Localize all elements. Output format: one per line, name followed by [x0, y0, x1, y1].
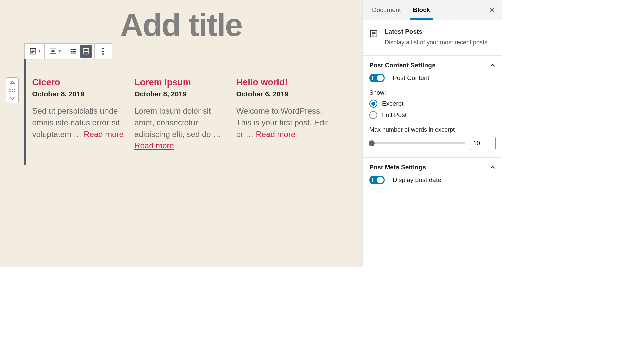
block-mover	[6, 77, 19, 103]
svg-point-17	[102, 50, 104, 52]
panel-toggle-post-content[interactable]: Post Content Settings	[369, 62, 496, 69]
post-title-link[interactable]: Cicero	[32, 77, 127, 88]
caret-down-icon: ▼	[38, 49, 41, 53]
max-words-input[interactable]	[470, 137, 496, 150]
toggle-label: Post Content	[393, 74, 429, 82]
toggle-label: Display post date	[393, 176, 441, 184]
grid-view-button[interactable]	[80, 45, 92, 58]
svg-rect-10	[73, 51, 76, 52]
show-label: Show:	[369, 89, 496, 96]
read-more-link[interactable]: Read more	[256, 130, 296, 139]
latest-posts-block[interactable]: Cicero October 8, 2019 Sed ut perspiciat…	[24, 59, 338, 165]
block-card-title: Latest Posts	[385, 28, 489, 35]
post-excerpt: Welcome to WordPress. This is your first…	[236, 105, 331, 140]
move-up-button[interactable]	[8, 79, 17, 86]
max-words-label: Max number of words in excerpt	[369, 126, 496, 133]
post-title-link[interactable]: Hello world!	[236, 77, 331, 88]
radio-excerpt[interactable]: Excerpt	[369, 100, 496, 108]
close-sidebar-button[interactable]	[486, 4, 498, 16]
panel-title: Post Content Settings	[369, 62, 435, 69]
post-date: October 8, 2019	[134, 90, 229, 98]
radio-full-post[interactable]: Full Post	[369, 111, 496, 119]
radio-icon	[369, 100, 377, 108]
sidebar-tabs: Document Block	[363, 0, 502, 20]
slider-thumb[interactable]	[369, 140, 375, 146]
display-post-date-toggle[interactable]	[369, 176, 385, 184]
caret-down-icon: ▼	[58, 49, 61, 53]
post-item: Cicero October 8, 2019 Sed ut perspiciat…	[32, 69, 127, 152]
chevron-up-icon	[490, 164, 496, 170]
svg-point-18	[102, 53, 104, 54]
post-excerpt: Sed ut perspiciatis unde omnis iste natu…	[32, 105, 127, 140]
latest-posts-icon	[369, 29, 379, 39]
block-toolbar: ▼ ▼	[24, 43, 112, 59]
block-card-description: Display a list of your most recent posts…	[385, 38, 489, 47]
tab-document[interactable]: Document	[366, 0, 407, 19]
post-title-input[interactable]: Add title	[0, 7, 362, 43]
svg-rect-5	[52, 50, 55, 52]
post-title-link[interactable]: Lorem Ipsum	[134, 77, 229, 88]
post-item: Hello world! October 6, 2019 Welcome to …	[236, 69, 331, 152]
svg-rect-11	[71, 52, 72, 53]
panel-post-meta-settings: Post Meta Settings Display post date	[363, 158, 502, 192]
svg-rect-8	[73, 49, 76, 50]
tab-block[interactable]: Block	[407, 0, 436, 19]
radio-icon	[369, 111, 377, 119]
post-item: Lorem Ipsum October 8, 2019 Lorem ipsum …	[134, 69, 229, 152]
settings-sidebar: Document Block Latest Posts Display a li…	[362, 0, 502, 267]
post-date: October 6, 2019	[236, 90, 331, 98]
svg-rect-9	[71, 51, 72, 52]
list-view-button[interactable]	[67, 45, 80, 58]
panel-post-content-settings: Post Content Settings Post Content Show:…	[363, 56, 502, 158]
block-type-button[interactable]	[27, 45, 39, 58]
svg-rect-12	[73, 52, 76, 53]
post-excerpt: Lorem ipsum dolor sit amet, consectetur …	[134, 105, 229, 152]
more-options-button[interactable]	[97, 45, 110, 58]
read-more-link[interactable]: Read more	[84, 130, 124, 139]
drag-handle-icon[interactable]	[9, 89, 15, 92]
svg-rect-7	[71, 49, 72, 50]
chevron-up-icon	[490, 62, 496, 68]
read-more-link[interactable]: Read more	[134, 141, 174, 150]
block-card: Latest Posts Display a list of your most…	[363, 20, 502, 56]
align-button[interactable]	[47, 45, 59, 58]
svg-point-16	[102, 48, 104, 49]
radio-label: Full Post	[382, 111, 407, 119]
panel-title: Post Meta Settings	[369, 164, 426, 171]
move-down-button[interactable]	[8, 95, 17, 102]
radio-label: Excerpt	[382, 100, 403, 107]
max-words-slider[interactable]	[369, 142, 465, 144]
editor-canvas: Add title	[0, 0, 362, 267]
panel-toggle-post-meta[interactable]: Post Meta Settings	[369, 164, 496, 171]
post-content-toggle[interactable]	[369, 74, 385, 82]
post-date: October 8, 2019	[32, 90, 127, 98]
